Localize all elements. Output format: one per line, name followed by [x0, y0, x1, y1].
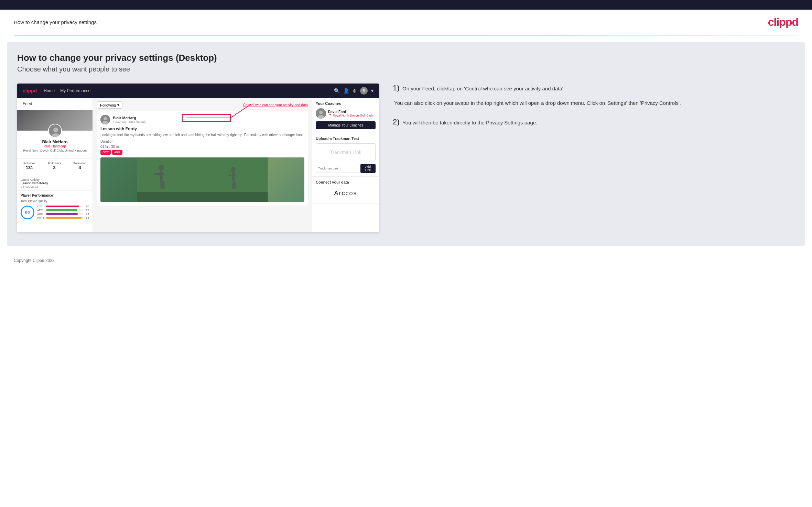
tpq-bar-fill: [46, 217, 82, 219]
tpq-bar-bg: [46, 213, 83, 215]
following-label: Following: [100, 103, 116, 107]
tpq-bar-row: PUTT 96: [37, 216, 89, 219]
instruction-step-2: 2) You will then be taken directly to th…: [393, 118, 791, 127]
profile-cover: [17, 110, 93, 131]
step2-text: You will then be taken directly to the P…: [402, 120, 537, 125]
post-duration-label: Duration: [100, 140, 304, 143]
coach-item: David Ford 📍 Royal North Devon Golf Club: [316, 108, 376, 119]
post-avatar: [100, 115, 110, 124]
person-icon[interactable]: 👤: [343, 88, 349, 93]
profile-handicap: Plus Handicap: [21, 144, 89, 148]
app-nav-links: Home My Performance: [44, 88, 90, 93]
app-sidebar: Feed Blair McHarg Plus Handicap Royal No…: [17, 98, 93, 232]
top-bar: [0, 0, 812, 10]
app-screenshot-wrapper: clippd Home My Performance 🔍 👤 ⊕ B ▾: [17, 84, 379, 232]
svg-point-8: [159, 165, 164, 170]
app-right-sidebar: Your Coaches David Ford 📍 Royal North: [312, 98, 379, 232]
manage-coaches-button[interactable]: Manage Your Coaches: [316, 121, 376, 129]
control-privacy-link[interactable]: Control who can see your activity and da…: [243, 103, 308, 107]
app-nav: clippd Home My Performance 🔍 👤 ⊕ B ▾: [17, 84, 379, 98]
stat-following-value: 4: [73, 165, 86, 170]
perf-title: Player Performance: [21, 194, 89, 197]
post-tags: OTT APP: [100, 150, 304, 155]
following-button[interactable]: Following ▾: [97, 101, 122, 109]
stat-followers: Followers 3: [48, 162, 61, 170]
stat-activities-value: 131: [23, 165, 36, 170]
app-feed: Following ▾ Control who can see your act…: [93, 98, 312, 232]
tpq-bar-row: OTT 90: [37, 205, 89, 208]
coaches-title: Your Coaches: [316, 101, 376, 106]
coach-avatar: [316, 108, 326, 119]
tpq-bar-label: PUTT: [37, 216, 45, 219]
tpq-bar-val: 96: [84, 216, 89, 219]
post-description: Looking to feel like my hands are exitin…: [100, 133, 304, 137]
coach-name: David Ford: [328, 110, 373, 114]
tpq-bar-bg: [46, 217, 83, 219]
svg-rect-14: [232, 172, 235, 181]
svg-rect-10: [154, 173, 165, 175]
content-area: clippd Home My Performance 🔍 👤 ⊕ B ▾: [17, 84, 795, 232]
nav-home[interactable]: Home: [44, 88, 55, 93]
post-image: [100, 157, 304, 202]
plus-circle-icon[interactable]: ⊕: [353, 88, 357, 93]
instruction-step-1: 1) On your Feed, click/tap on 'Control w…: [393, 84, 791, 107]
svg-rect-17: [234, 181, 236, 189]
tpq-bar-fill: [46, 209, 77, 211]
stat-activities: Activities 131: [23, 162, 36, 170]
svg-rect-9: [160, 170, 163, 181]
tpq-bar-val: 86: [84, 212, 89, 216]
following-row: Following ▾ Control who can see your act…: [97, 101, 308, 109]
step1-extra: You can also click on your avatar in the…: [394, 99, 791, 107]
stat-followers-label: Followers: [48, 162, 61, 165]
tpq-bar-bg: [46, 209, 83, 211]
chevron-down-icon[interactable]: ▾: [371, 88, 373, 93]
avatar[interactable]: B: [360, 87, 368, 95]
stat-activities-label: Activities: [23, 162, 36, 165]
app-nav-icons: 🔍 👤 ⊕ B ▾: [334, 87, 373, 95]
trackman-placeholder: Trackman Link: [316, 143, 376, 161]
tpq-bar-val: 85: [84, 209, 89, 212]
tpq-bar-bg: [46, 206, 83, 207]
svg-rect-7: [137, 192, 268, 202]
post-header: Blair McHarg Yesterday · Sunningdale: [100, 115, 304, 124]
svg-rect-15: [228, 175, 236, 176]
latest-activity-date: 03 Aug 2022: [21, 185, 89, 188]
app-body: Feed Blair McHarg Plus Handicap Royal No…: [17, 98, 379, 232]
trackman-input-row: Add Link: [316, 164, 376, 173]
footer: Copyright Clippd 2022: [0, 253, 812, 268]
logo: clippd: [768, 16, 798, 29]
page-subheading: Choose what you want people to see: [17, 65, 795, 73]
add-link-button[interactable]: Add Link: [360, 164, 376, 173]
tag-ott: OTT: [100, 150, 111, 155]
tpq-row: 92 OTT 90 APP 85 ARG 86: [21, 205, 89, 220]
latest-activity-value: Lesson with Fordy: [21, 181, 89, 185]
pin-icon: 📍: [328, 114, 332, 117]
trackman-link-input[interactable]: [316, 164, 359, 173]
post-author-name: Blair McHarg: [113, 116, 146, 120]
breadcrumb: How to change your privacy settings: [14, 19, 97, 25]
post-duration-value: 01 hr : 30 min: [100, 145, 304, 148]
svg-point-13: [231, 167, 236, 172]
coach-club: 📍 Royal North Devon Golf Club: [328, 114, 373, 117]
svg-point-1: [53, 128, 58, 132]
tpq-bar-label: ARG: [37, 212, 45, 216]
svg-point-20: [318, 115, 324, 119]
search-icon[interactable]: 🔍: [334, 88, 340, 93]
instructions-panel: 1) On your Feed, click/tap on 'Control w…: [389, 84, 795, 137]
connect-title: Connect your data: [316, 180, 376, 184]
tpq-bar-fill: [46, 213, 78, 215]
profile-stats: Activities 131 Followers 3 Following 4: [17, 158, 93, 173]
player-performance: Player Performance Total Player Quality …: [17, 190, 93, 223]
profile-club: Royal North Devon Golf Club, United King…: [21, 149, 89, 152]
tpq-bar-val: 90: [84, 205, 89, 208]
svg-point-19: [319, 111, 323, 114]
tpq-bar-row: APP 85: [37, 209, 89, 212]
chevron-down-icon: ▾: [117, 103, 119, 107]
main-content: How to change your privacy settings (Des…: [7, 42, 805, 246]
feed-tab[interactable]: Feed: [17, 98, 93, 110]
step1-number: 1): [393, 84, 400, 92]
tpq-bar-row: ARG 86: [37, 212, 89, 216]
profile-avatar: [48, 124, 62, 137]
app-logo: clippd: [23, 88, 37, 93]
nav-my-performance[interactable]: My Performance: [60, 88, 90, 93]
